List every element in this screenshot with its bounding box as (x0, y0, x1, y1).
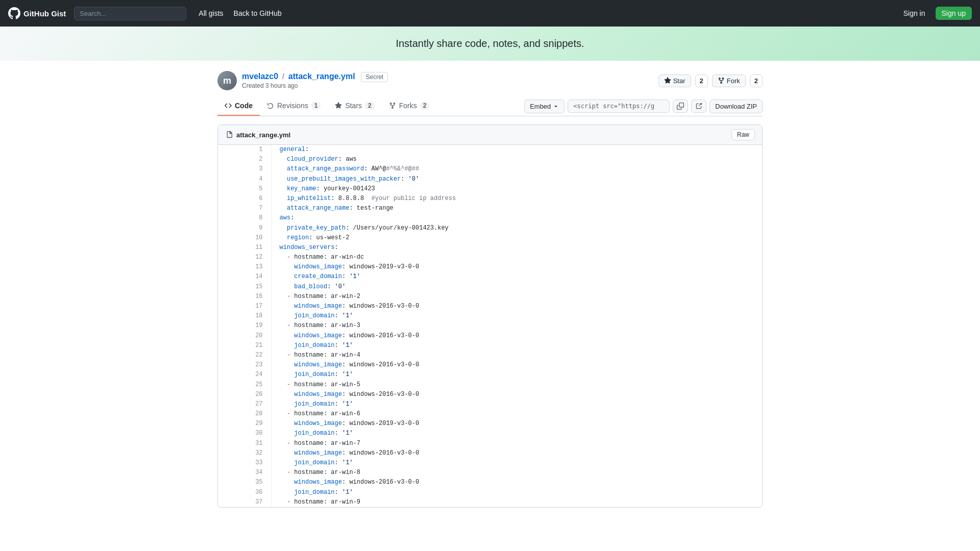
table-row: 23 windows_image: windows-2016-v3-0-0 (218, 360, 762, 370)
line-number: 26 (218, 390, 271, 399)
table-row: 4 use_prebuilt_images_with_packer: '0' (218, 174, 762, 184)
line-number: 16 (218, 292, 271, 302)
table-row: 6 ip_whitelist: 8.8.8.8 #your public ip … (218, 194, 762, 204)
table-row: 8aws: (218, 213, 762, 223)
line-code: windows_image: windows-2016-v3-0-0 (271, 448, 762, 458)
table-row: 21 join_domain: '1' (218, 341, 762, 350)
tab-code[interactable]: Code (217, 96, 260, 116)
line-number: 20 (218, 331, 271, 341)
line-number: 2 (218, 155, 271, 164)
table-row: 30 join_domain: '1' (218, 429, 762, 438)
embed-button[interactable]: Embed (524, 99, 565, 113)
table-row: 10 region: us-west-2 (218, 233, 762, 243)
raw-button[interactable]: Raw (731, 129, 755, 140)
secret-badge: Secret (361, 72, 388, 82)
stars-tab-icon (335, 102, 342, 109)
site-logo[interactable]: GitHub Gist (8, 7, 66, 19)
table-row: 31 - hostname: ar-win-7 (218, 439, 762, 448)
line-number: 28 (218, 409, 271, 419)
breadcrumb-separator: / (282, 72, 284, 81)
chevron-down-icon (553, 103, 559, 109)
line-code: join_domain: '1' (271, 488, 762, 497)
copy-embed-button[interactable] (673, 99, 688, 113)
search-input[interactable] (74, 7, 186, 20)
gist-author-link[interactable]: mvelazc0 (242, 72, 278, 81)
tab-forks-label: Forks (399, 102, 417, 110)
line-code: windows_image: windows-2016-v3-0-0 (271, 302, 762, 311)
line-code: join_domain: '1' (271, 341, 762, 350)
line-code: cloud_provider: aws (271, 155, 762, 164)
tab-revisions-label: Revisions (277, 102, 308, 110)
table-row: 19 - hostname: ar-win-3 (218, 321, 762, 331)
line-number: 30 (218, 429, 271, 438)
line-number: 21 (218, 341, 271, 350)
line-code: - hostname: ar-win-8 (271, 468, 762, 478)
line-code: - hostname: ar-win-dc (271, 253, 762, 262)
fork-button[interactable]: Fork (712, 74, 746, 87)
line-code: bad_blood: '0' (271, 282, 762, 292)
line-code: create_domain: '1' (271, 272, 762, 282)
table-row: 2 cloud_provider: aws (218, 155, 762, 164)
download-zip-button[interactable]: Download ZIP (709, 99, 763, 113)
table-row: 7 attack_range_name: test-range (218, 204, 762, 213)
table-row: 37 - hostname: ar-win-9 (218, 497, 762, 507)
line-code: join_domain: '1' (271, 458, 762, 468)
line-number: 18 (218, 311, 271, 321)
fork-count: 2 (750, 74, 763, 87)
line-number: 3 (218, 164, 271, 174)
table-row: 20 windows_image: windows-2016-v3-0-0 (218, 331, 762, 341)
line-number: 29 (218, 419, 271, 429)
line-number: 23 (218, 360, 271, 370)
line-code: general: (271, 145, 762, 155)
tab-revisions[interactable]: Revisions 1 (260, 96, 328, 116)
avatar: m (217, 71, 237, 90)
line-code: windows_servers: (271, 243, 762, 253)
table-row: 28 - hostname: ar-win-6 (218, 409, 762, 419)
line-code: attack_range_name: test-range (271, 204, 762, 213)
table-row: 36 join_domain: '1' (218, 488, 762, 497)
line-number: 4 (218, 174, 271, 184)
line-code: ip_whitelist: 8.8.8.8 #your public ip ad… (271, 194, 762, 204)
line-number: 36 (218, 488, 271, 497)
line-number: 15 (218, 282, 271, 292)
back-to-github-link[interactable]: Back to GitHub (230, 6, 286, 20)
revisions-icon (267, 102, 274, 109)
line-number: 12 (218, 253, 271, 262)
hero-banner: Instantly share code, notes, and snippet… (0, 27, 980, 61)
table-row: 29 windows_image: windows-2019-v3-0-0 (218, 419, 762, 429)
avatar-image: m (217, 71, 237, 90)
embed-url-input[interactable] (568, 99, 670, 113)
line-number: 22 (218, 350, 271, 360)
line-number: 37 (218, 497, 271, 507)
all-gists-link[interactable]: All gists (194, 6, 227, 20)
sign-in-link[interactable]: Sign in (897, 7, 932, 20)
table-row: 14 create_domain: '1' (218, 272, 762, 282)
star-label: Star (673, 77, 685, 85)
table-row: 5 key_name: yourkey-001423 (218, 184, 762, 194)
table-row: 25 - hostname: ar-win-5 (218, 380, 762, 390)
table-row: 13 windows_image: windows-2019-v3-0-0 (218, 262, 762, 272)
sign-up-button[interactable]: Sign up (936, 7, 972, 20)
line-code: - hostname: ar-win-4 (271, 350, 762, 360)
line-number: 31 (218, 439, 271, 448)
tab-stars-label: Stars (345, 102, 362, 110)
star-button[interactable]: Star (658, 74, 691, 87)
line-number: 11 (218, 243, 271, 253)
line-number: 35 (218, 478, 271, 487)
gist-filename-link[interactable]: attack_range.yml (288, 72, 355, 81)
table-row: 3 attack_range_password: AW^@#^%&^#@## (218, 164, 762, 174)
line-number: 17 (218, 302, 271, 311)
line-code: join_domain: '1' (271, 311, 762, 321)
open-embed-button[interactable] (691, 99, 706, 113)
line-number: 7 (218, 204, 271, 213)
header-nav: All gists Back to GitHub (194, 6, 889, 20)
site-header: GitHub Gist All gists Back to GitHub Sig… (0, 0, 980, 27)
line-code: private_key_path: /Users/your/key-001423… (271, 223, 762, 233)
file-code-icon (225, 131, 232, 138)
tab-forks[interactable]: Forks 2 (382, 96, 437, 116)
line-code: join_domain: '1' (271, 429, 762, 438)
tab-stars[interactable]: Stars 2 (328, 96, 381, 116)
table-row: 16 - hostname: ar-win-2 (218, 292, 762, 302)
line-number: 8 (218, 213, 271, 223)
table-row: 22 - hostname: ar-win-4 (218, 350, 762, 360)
